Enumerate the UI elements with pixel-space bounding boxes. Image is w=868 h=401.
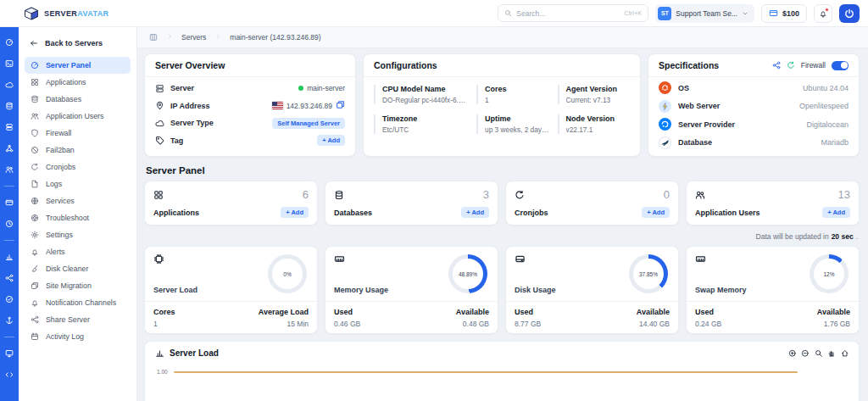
rail-chart-button[interactable] [4,252,14,262]
add-applications-button[interactable]: + Add [281,207,309,218]
main-area: Servers main-server (142.93.246.89) Serv… [137,27,868,401]
rail-server-button[interactable] [4,122,14,132]
top-header: SERVERAVATAR Ctrl+K ST Support Team Se..… [0,0,868,27]
panel-card-cronjobs[interactable]: 0 Cronjobs+ Add [505,181,679,226]
sidebar-item-label: Site Migration [46,281,92,290]
sidebar-item-databases[interactable]: Databases [25,91,131,108]
overview-row-server: Servermain-server [155,80,345,97]
rail-check-button[interactable] [4,294,14,304]
avatar: ST [658,7,671,20]
share-icon [31,315,39,324]
panel-card-databases[interactable]: 3 Databases+ Add [325,181,498,226]
stat-left-label: Used [515,308,541,316]
rail-share-button[interactable] [4,273,14,283]
app-logo[interactable]: SERVERAVATAR [0,7,137,20]
sidebar-item-disk-cleaner[interactable]: Disk Cleaner [25,260,131,277]
spec-value: Ubuntu 24.04 [803,84,849,92]
share-icon[interactable] [772,61,781,70]
bell-icon [31,298,39,307]
config-cpu-model-name: CPU Model NameDO-Regular pc-i440fx-6.1 C… [374,85,468,104]
sidebar-item-server-panel[interactable]: Server Panel [25,57,131,74]
memory-usage-donut: 48.89% [448,254,487,293]
shield-icon [31,129,39,137]
back-label: Back to Servers [45,39,103,47]
rail-gauge-button[interactable] [4,37,14,47]
rail-monitor-button[interactable] [4,348,14,359]
doc-icon [31,180,39,188]
board-icon[interactable] [149,33,158,42]
rail-network-button[interactable] [4,143,14,153]
gear-icon [31,231,39,239]
search-input[interactable] [516,9,620,18]
sidebar-item-settings[interactable]: Settings [25,226,131,243]
sidebar-item-label: Firewall [46,129,71,137]
breadcrumb-servers[interactable]: Servers [181,33,206,42]
grid-icon [31,78,39,86]
sidebar-item-alerts[interactable]: Alerts [25,243,131,260]
sidebar-item-troubleshoot[interactable]: Troubleshoot [25,209,131,226]
server-name: main-server [307,84,345,92]
power-button[interactable] [839,4,860,23]
copy-icon[interactable] [336,100,345,111]
chart-home-button[interactable] [841,349,849,358]
stat-right-label: Average Load [259,308,309,316]
server-overview-card: Server Overview Servermain-serverIP Addr… [144,53,356,157]
rail-database-button[interactable] [4,101,14,111]
sidebar-item-activity-log[interactable]: Activity Log [25,328,131,345]
rail-terminal-button[interactable] [4,58,14,69]
sidebar-item-services[interactable]: Services [25,192,131,209]
balance-button[interactable]: $100 [761,4,807,23]
search-box: Ctrl+K [498,4,648,22]
sidebar-item-fail2ban[interactable]: Fail2ban [25,142,131,159]
chart-pan-button[interactable] [827,349,836,358]
config-value: v22.17.1 [566,125,630,134]
rail-code-button[interactable] [4,370,14,380]
rail-users-button[interactable] [4,164,14,175]
config-value: Etc/UTC [382,125,468,134]
chart-zoom-out-button[interactable] [801,349,810,358]
firewall-toggle[interactable] [832,61,849,70]
sidebar-item-notification-channels[interactable]: Notification Channels [25,294,131,311]
home-icon [841,349,849,358]
panel-card-application-users[interactable]: 13 Application Users+ Add [686,181,860,226]
share-icon [5,274,14,282]
refresh-icon[interactable] [787,61,795,70]
stat-right-label: Available [817,308,850,316]
add-application-users-button[interactable]: + Add [822,207,850,218]
rail-card-button[interactable] [4,198,14,208]
panel-card-applications[interactable]: 6 Applications+ Add [144,181,318,226]
sidebar-item-label: Databases [46,95,81,103]
rail-clock-button[interactable] [4,219,14,229]
sidebar-item-label: Server Panel [46,61,91,70]
add-cronjobs-button[interactable]: + Add [642,207,670,218]
chart-title: Server Load [170,348,219,358]
add-tag-button[interactable]: + Add [317,135,345,146]
back-to-servers[interactable]: Back to Servers [25,35,131,55]
sidebar-item-firewall[interactable]: Firewall [25,125,131,142]
add-databases-button[interactable]: + Add [461,207,489,218]
stat-card-server-load: Server Load 0% Cores1 Average Load15 Min [144,246,318,334]
clock-icon [5,220,14,228]
sidebar-item-site-migration[interactable]: Site Migration [25,277,131,294]
sidebar-item-logs[interactable]: Logs [25,175,131,192]
stat-left-value: 0.24 GB [695,320,721,328]
rail-cloud-button[interactable] [4,80,14,90]
rail-anchor-button[interactable] [4,315,14,326]
server-icon [155,84,164,93]
config-agent-version: Agent VersionCurrent: v7.13 [558,85,630,104]
config-value: Current: v7.13 [566,96,630,104]
chart-zoom-in-button[interactable] [788,349,797,358]
chart-search-button[interactable] [815,349,823,358]
notifications-button[interactable] [814,4,832,23]
cloud-icon [5,81,14,89]
sidebar-item-applications[interactable]: Applications [25,74,131,91]
sidebar-item-cronjobs[interactable]: Cronjobs [25,159,131,175]
sidebar-item-application-users[interactable]: Application Users [25,108,131,125]
stat-card-disk-usage: Disk Usage 37.85% Used8.77 GB Available1… [505,246,679,334]
chart-plot[interactable]: 1.00 [145,361,859,397]
sidebar-item-share-server[interactable]: Share Server [25,311,131,328]
breadcrumb-current-server[interactable]: main-server (142.93.246.89) [230,33,320,42]
copy-icon [336,100,345,109]
users-icon [31,112,39,120]
account-menu[interactable]: ST Support Team Se... [655,4,754,23]
